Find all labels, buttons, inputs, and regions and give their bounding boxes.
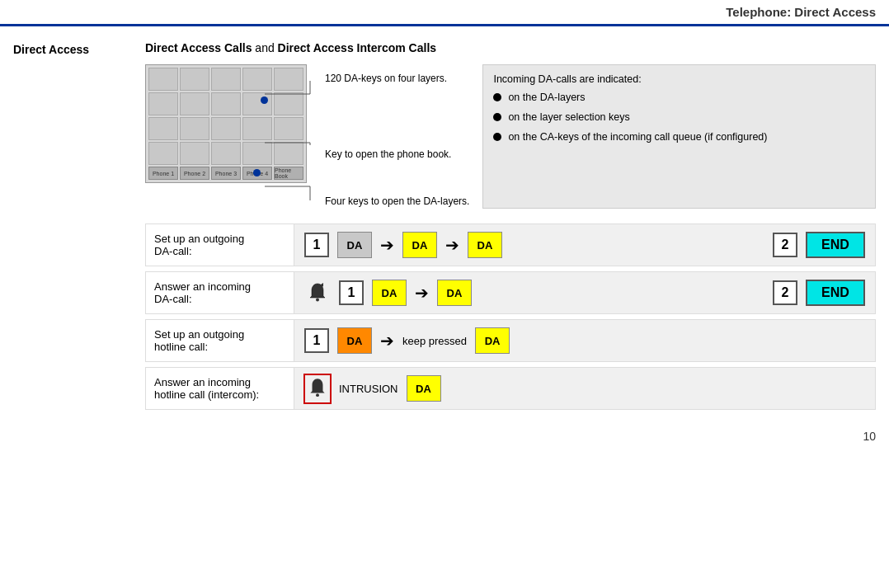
page-header: Telephone: Direct Access <box>0 0 889 26</box>
arrow-2: ➔ <box>445 235 459 255</box>
end-key-1: END <box>806 232 865 258</box>
incoming-item-2: on the layer selection keys <box>493 111 865 123</box>
end-key-2: END <box>806 280 865 306</box>
tab-phone3: Phone 3 <box>211 167 241 180</box>
bullet-2 <box>493 113 501 121</box>
title-and: and <box>252 41 277 54</box>
right-content: Direct Access Calls and Direct Access In… <box>145 41 876 415</box>
diagram-labels: 120 DA-keys on four layers. Key to open … <box>307 64 469 209</box>
tab-phone1: Phone 1 <box>148 167 178 180</box>
title-part2: Direct Access Intercom Calls <box>278 41 436 54</box>
step-hotline-section: Set up an outgoinghotline call: 1 DA ➔ k… <box>145 319 876 362</box>
da-key-yellow-4: DA <box>437 280 472 306</box>
tab-phonebook: Phone Book <box>274 167 303 180</box>
step-outgoing-call-label: Set up an outgoingDA-call: <box>146 224 294 266</box>
step-outgoing-call-content: 1 DA ➔ DA ➔ DA 2 <box>294 224 875 266</box>
step-num-2b: 2 <box>773 280 797 305</box>
keep-pressed-text: keep pressed <box>402 335 467 347</box>
arrow-1: ➔ <box>380 235 394 255</box>
svg-point-7 <box>316 393 319 397</box>
incoming-title: Incoming DA-calls are indicated: <box>493 73 865 85</box>
step-answer-incoming-label: Answer an incomingDA-call: <box>146 272 294 313</box>
da-key-yellow-3: DA <box>372 280 407 306</box>
da-key-orange: DA <box>337 327 372 354</box>
incoming-text-2: on the layer selection keys <box>508 111 629 123</box>
step-answer-hotline-row: Answer an incominghotline call (intercom… <box>145 367 876 410</box>
step-hotline-label: Set up an outgoinghotline call: <box>146 320 294 361</box>
intrusion-text: INTRUSION <box>339 383 398 395</box>
bullet-1 <box>493 93 501 101</box>
phone-diagram: Phone 1 Phone 2 Phone 3 Phone 4 Phone Bo… <box>145 64 469 209</box>
page-number: 10 <box>0 423 889 449</box>
label-da-layers: Four keys to open the DA-layers. <box>318 195 469 209</box>
da-key-yellow-6: DA <box>407 375 441 402</box>
main-content: Direct Access Direct Access Calls and Di… <box>0 26 889 423</box>
tab-phone2: Phone 2 <box>180 167 209 180</box>
step-outgoing-call-row: Set up an outgoingDA-call: 1 DA ➔ DA ➔ <box>145 223 876 266</box>
step-hotline-row: Set up an outgoinghotline call: 1 DA ➔ k… <box>145 319 876 362</box>
label-phone-book: Key to open the phone book. <box>318 148 469 162</box>
header-title: Telephone: Direct Access <box>726 5 876 19</box>
title-part1: Direct Access Calls <box>145 41 252 54</box>
bell-intercom-icon <box>304 375 331 402</box>
grid-container: Phone 1 Phone 2 Phone 3 Phone 4 Phone Bo… <box>145 64 307 183</box>
da-key-yellow-5: DA <box>475 327 510 354</box>
diagram-area: Phone 1 Phone 2 Phone 3 Phone 4 Phone Bo… <box>145 64 876 209</box>
step-hotline-content: 1 DA ➔ keep pressed DA <box>294 320 875 361</box>
section-title: Direct Access Calls and Direct Access In… <box>145 41 876 54</box>
step-num-1c: 1 <box>304 328 329 353</box>
bell-icon <box>304 280 331 306</box>
step-answer-incoming-content: 1 DA ➔ DA 2 END <box>294 272 875 313</box>
incoming-info-box: Incoming DA-calls are indicated: on the … <box>482 64 876 209</box>
arrow-4: ➔ <box>380 331 394 350</box>
da-key-yellow-1: DA <box>402 232 437 258</box>
step-outgoing-call-section: Set up an outgoingDA-call: 1 DA ➔ DA ➔ <box>145 223 876 266</box>
step-answer-hotline-content: INTRUSION DA <box>294 368 875 409</box>
step-answer-hotline-label: Answer an incominghotline call (intercom… <box>146 368 294 409</box>
da-key-yellow-2: DA <box>468 232 502 258</box>
step-num-1b: 1 <box>339 280 364 305</box>
bullet-3 <box>493 133 501 141</box>
label-da-keys: 120 DA-keys on four layers. <box>318 73 469 86</box>
da-key-grey-1: DA <box>337 232 372 258</box>
incoming-text-3: on the CA-keys of the incoming call queu… <box>508 131 767 143</box>
step-answer-incoming-section: Answer an incomingDA-call: <box>145 271 876 314</box>
step-num-1: 1 <box>304 233 329 257</box>
step-num-2a: 2 <box>773 233 797 257</box>
svg-point-6 <box>316 299 319 302</box>
incoming-item-1: on the DA-layers <box>493 92 865 103</box>
section-label: Direct Access <box>13 41 129 415</box>
step-answer-hotline-section: Answer an incominghotline call (intercom… <box>145 367 876 410</box>
step-answer-incoming-row: Answer an incomingDA-call: <box>145 271 876 314</box>
incoming-item-3: on the CA-keys of the incoming call queu… <box>493 131 865 143</box>
arrow-3: ➔ <box>415 283 429 303</box>
incoming-text-1: on the DA-layers <box>508 92 585 103</box>
